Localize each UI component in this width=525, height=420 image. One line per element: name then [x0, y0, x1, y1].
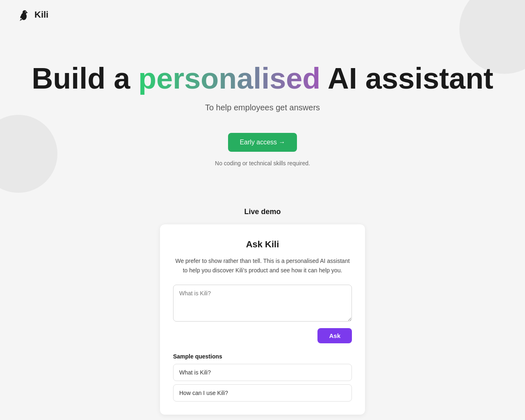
logo: Kili	[16, 7, 48, 22]
live-demo-label: Live demo	[244, 208, 281, 216]
demo-card-description: We prefer to show rather than tell. This…	[173, 256, 352, 275]
sample-question-2[interactable]: How can I use Kili?	[173, 384, 352, 402]
hero-title-prefix: Build a	[32, 62, 138, 95]
ask-btn-row: Ask	[173, 328, 352, 343]
svg-point-3	[25, 11, 26, 12]
sample-questions-label: Sample questions	[173, 353, 352, 360]
svg-marker-2	[27, 12, 28, 13]
hero-title: Build a personalised AI assistant	[16, 62, 509, 95]
logo-icon	[16, 7, 31, 22]
early-access-button[interactable]: Early access →	[228, 133, 297, 152]
demo-card: Ask Kili We prefer to show rather than t…	[160, 224, 365, 415]
hero-subtitle: To help employees get answers	[16, 103, 509, 112]
question-textarea[interactable]	[173, 285, 352, 322]
demo-card-title: Ask Kili	[173, 239, 352, 250]
hero-title-suffix: AI assistant	[328, 62, 493, 95]
ask-button[interactable]: Ask	[317, 328, 352, 343]
no-coding-label: No coding or technical skills required.	[16, 160, 509, 167]
navbar: Kili	[0, 0, 525, 30]
cta-container: Early access → No coding or technical sk…	[16, 133, 509, 167]
sample-question-1[interactable]: What is Kili?	[173, 364, 352, 381]
hero-title-highlight: personalised	[138, 62, 320, 95]
svg-marker-4	[20, 19, 22, 21]
logo-text: Kili	[34, 9, 48, 20]
hero-section: Build a personalised AI assistant To hel…	[0, 30, 525, 191]
live-demo-section: Live demo Ask Kili We prefer to show rat…	[0, 191, 525, 420]
svg-point-1	[23, 10, 27, 14]
